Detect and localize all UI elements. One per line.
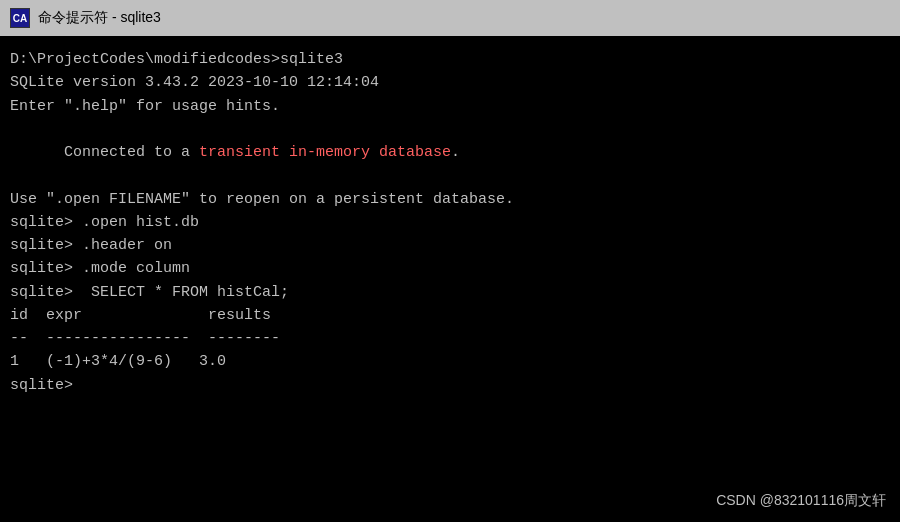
line-9: sqlite> SELECT * FROM histCal; xyxy=(10,281,890,304)
line-13-text: sqlite> xyxy=(10,377,82,394)
line-12-text: 1 (-1)+3*4/(9-6) 3.0 xyxy=(10,353,226,370)
title-bar: CA 命令提示符 - sqlite3 xyxy=(0,0,900,36)
line-4-part3: . xyxy=(451,144,460,161)
watermark: CSDN @832101116周文轩 xyxy=(716,490,886,512)
line-1: D:\ProjectCodes\modifiedcodes>sqlite3 xyxy=(10,48,890,71)
line-4: Connected to a transient in-memory datab… xyxy=(10,118,890,188)
line-7: sqlite> .header on xyxy=(10,234,890,257)
icon-label: CA xyxy=(13,13,27,24)
window: CA 命令提示符 - sqlite3 D:\ProjectCodes\modif… xyxy=(0,0,900,522)
line-8-text: sqlite> .mode column xyxy=(10,260,190,277)
line-11: -- ---------------- -------- xyxy=(10,327,890,350)
line-3-text: Enter ".help" for usage hints. xyxy=(10,98,280,115)
line-10-text: id expr results xyxy=(10,307,271,324)
line-5: Use ".open FILENAME" to reopen on a pers… xyxy=(10,188,890,211)
line-2-text: SQLite version 3.43.2 2023-10-10 12:14:0… xyxy=(10,74,379,91)
line-4-part1: Connected to a xyxy=(64,144,199,161)
line-11-text: -- ---------------- -------- xyxy=(10,330,280,347)
title-bar-title: 命令提示符 - sqlite3 xyxy=(38,9,161,27)
line-5-text: Use ".open FILENAME" to reopen on a pers… xyxy=(10,191,514,208)
line-6-text: sqlite> .open hist.db xyxy=(10,214,199,231)
line-2: SQLite version 3.43.2 2023-10-10 12:14:0… xyxy=(10,71,890,94)
line-10: id expr results xyxy=(10,304,890,327)
line-4-highlight: transient in-memory database xyxy=(199,144,451,161)
line-9-text: sqlite> SELECT * FROM histCal; xyxy=(10,284,289,301)
line-12: 1 (-1)+3*4/(9-6) 3.0 xyxy=(10,350,890,373)
line-1-text: D:\ProjectCodes\modifiedcodes>sqlite3 xyxy=(10,51,343,68)
line-7-text: sqlite> .header on xyxy=(10,237,172,254)
line-6: sqlite> .open hist.db xyxy=(10,211,890,234)
line-8: sqlite> .mode column xyxy=(10,257,890,280)
terminal-window[interactable]: D:\ProjectCodes\modifiedcodes>sqlite3 SQ… xyxy=(0,36,900,522)
title-bar-icon: CA xyxy=(10,8,30,28)
line-13: sqlite> xyxy=(10,374,890,397)
line-3: Enter ".help" for usage hints. xyxy=(10,95,890,118)
